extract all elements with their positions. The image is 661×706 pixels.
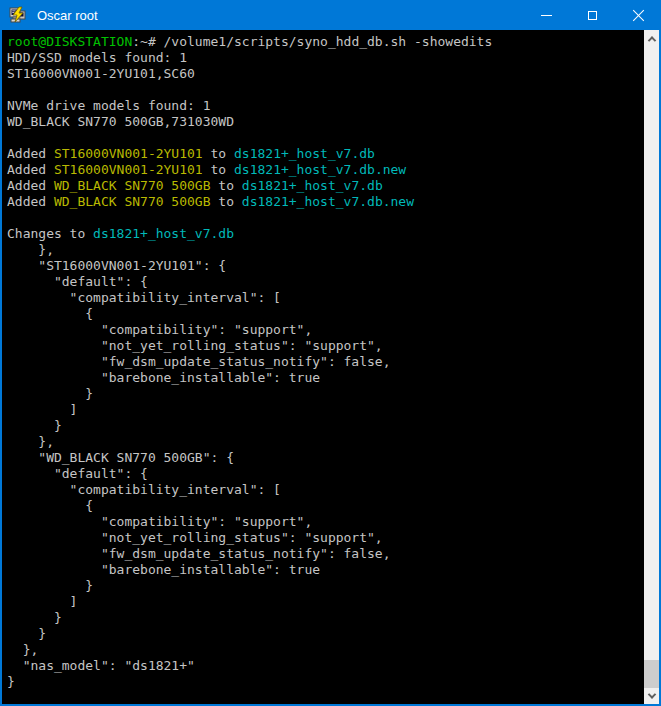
terminal-line: "ST16000VN001-2YU101": { xyxy=(7,258,644,274)
terminal-line: Added WD_BLACK SN770 500GB to ds1821+_ho… xyxy=(7,194,644,210)
terminal-line: { xyxy=(7,498,644,514)
terminal-line: "WD_BLACK SN770 500GB": { xyxy=(7,450,644,466)
terminal-line: { xyxy=(7,306,644,322)
terminal-line: "compatibility_interval": [ xyxy=(7,482,644,498)
terminal-line: ] xyxy=(7,402,644,418)
terminal-line: } xyxy=(7,418,644,434)
terminal-line: "fw_dsm_update_status_notify": false, xyxy=(7,546,644,562)
terminal-line: root@DISKSTATION:~# /volume1/scripts/syn… xyxy=(7,34,644,50)
putty-terminal-icon[interactable] xyxy=(9,6,27,24)
scroll-down-button[interactable] xyxy=(644,687,659,704)
terminal-line: Added WD_BLACK SN770 500GB to ds1821+_ho… xyxy=(7,178,644,194)
scroll-up-button[interactable] xyxy=(644,30,659,47)
terminal-line xyxy=(7,210,644,226)
terminal-line: } xyxy=(7,610,644,626)
close-icon xyxy=(632,9,645,22)
terminal-line: NVMe drive models found: 1 xyxy=(7,98,644,114)
terminal-line: } xyxy=(7,626,644,642)
minimize-icon xyxy=(541,15,552,16)
chevron-down-icon xyxy=(647,690,655,698)
terminal-line: ST16000VN001-2YU101,SC60 xyxy=(7,66,644,82)
scrollbar[interactable] xyxy=(644,30,659,704)
terminal-line: "default": { xyxy=(7,274,644,290)
terminal-client-area: root@DISKSTATION:~# /volume1/scripts/syn… xyxy=(0,30,661,706)
maximize-button[interactable] xyxy=(569,0,615,30)
terminal-line: "barebone_installable": true xyxy=(7,562,644,578)
terminal-line: HDD/SSD models found: 1 xyxy=(7,50,644,66)
terminal-line: }, xyxy=(7,642,644,658)
terminal-line: "nas_model": "ds1821+" xyxy=(7,658,644,674)
terminal-line: } xyxy=(7,386,644,402)
chevron-up-icon xyxy=(647,36,655,44)
terminal-line: "fw_dsm_update_status_notify": false, xyxy=(7,354,644,370)
terminal-line: "compatibility": "support", xyxy=(7,514,644,530)
terminal-line: }, xyxy=(7,242,644,258)
terminal-line: "not_yet_rolling_status": "support", xyxy=(7,530,644,546)
terminal-line: }, xyxy=(7,434,644,450)
close-button[interactable] xyxy=(615,0,661,30)
maximize-icon xyxy=(588,11,597,20)
title-bar[interactable]: Oscar root xyxy=(0,0,661,30)
terminal-line xyxy=(7,82,644,98)
terminal-line xyxy=(7,130,644,146)
putty-window: Oscar root root@DISKSTATION:~# /volume1/… xyxy=(0,0,661,706)
terminal-line: WD_BLACK SN770 500GB,731030WD xyxy=(7,114,644,130)
minimize-button[interactable] xyxy=(523,0,569,30)
terminal-line: "default": { xyxy=(7,466,644,482)
terminal-line: "barebone_installable": true xyxy=(7,370,644,386)
terminal-line: "compatibility_interval": [ xyxy=(7,290,644,306)
scrollbar-thumb[interactable] xyxy=(644,660,659,688)
terminal-output[interactable]: root@DISKSTATION:~# /volume1/scripts/syn… xyxy=(2,30,644,704)
terminal-line: "not_yet_rolling_status": "support", xyxy=(7,338,644,354)
terminal-line: Changes to ds1821+_host_v7.db xyxy=(7,226,644,242)
terminal-line: ] xyxy=(7,594,644,610)
terminal-line: } xyxy=(7,674,644,690)
terminal-line: "compatibility": "support", xyxy=(7,322,644,338)
terminal-line: Added ST16000VN001-2YU101 to ds1821+_hos… xyxy=(7,146,644,162)
terminal-line: } xyxy=(7,578,644,594)
terminal-line: Added ST16000VN001-2YU101 to ds1821+_hos… xyxy=(7,162,644,178)
window-title: Oscar root xyxy=(37,8,523,23)
window-controls xyxy=(523,0,661,30)
